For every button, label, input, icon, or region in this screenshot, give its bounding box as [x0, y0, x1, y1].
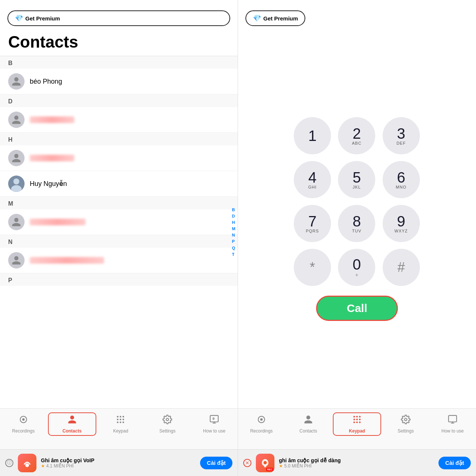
app-icon: [18, 454, 36, 472]
key-1[interactable]: 1: [294, 117, 331, 154]
svg-point-9: [120, 419, 121, 420]
blurred-contact-name: [30, 219, 86, 225]
key-7[interactable]: 7 PQRS: [294, 205, 331, 242]
svg-point-4: [22, 418, 25, 421]
right-app-name: ghi âm cuộc gọi dễ dàng: [279, 457, 434, 463]
key-number-5: 5: [353, 170, 361, 185]
svg-point-13: [123, 421, 124, 423]
contacts-section: B béo Phong D H: [0, 56, 238, 408]
key-letters-6: MNO: [396, 185, 406, 189]
key-number-9: 9: [397, 214, 405, 229]
recordings-icon: [19, 415, 28, 427]
key-number-2: 2: [353, 126, 361, 141]
svg-point-18: [260, 418, 263, 421]
key-letters-7: PQRS: [306, 229, 319, 233]
contact-row[interactable]: béo Phong: [0, 69, 238, 94]
key-number-3: 3: [397, 126, 405, 141]
avatar: [8, 150, 25, 166]
keypad-icon: [116, 415, 125, 427]
svg-point-20: [356, 416, 358, 417]
tab-settings-label: Settings: [160, 428, 176, 434]
page-title: Contacts: [0, 30, 238, 56]
tab-contacts[interactable]: Contacts: [48, 412, 96, 436]
key-hash[interactable]: #: [383, 249, 420, 286]
key-symbol-star: *: [310, 260, 315, 275]
section-header-d: D: [0, 94, 238, 107]
right-info-icon[interactable]: ✕: [243, 459, 251, 467]
avatar: [8, 214, 25, 230]
key-letters-8: TUV: [352, 229, 361, 233]
blurred-contact-name: [30, 116, 74, 123]
svg-point-21: [359, 416, 360, 417]
right-app-banner: ✕ REC ghi âm cuộc gọi dễ dàng ★ 5.0 MIỄN…: [238, 449, 476, 476]
key-number-4: 4: [308, 170, 316, 185]
tab-recordings[interactable]: Recordings: [0, 412, 47, 436]
contacts-icon: [303, 415, 313, 427]
svg-point-16: [25, 463, 29, 467]
right-tab-settings[interactable]: Settings: [382, 412, 429, 436]
right-tab-how-to-use[interactable]: How to use: [429, 412, 476, 436]
right-install-button[interactable]: Cài đặt: [438, 457, 471, 469]
key-3[interactable]: 3 DEF: [383, 117, 420, 154]
svg-point-24: [359, 419, 360, 420]
svg-point-30: [264, 461, 267, 464]
keypad-icon: [352, 415, 362, 427]
svg-point-12: [120, 421, 121, 423]
right-app-icon: REC: [256, 454, 274, 472]
install-button[interactable]: Cài đặt: [200, 457, 232, 469]
key-6[interactable]: 6 MNO: [383, 161, 420, 198]
section-header-n: N: [0, 235, 238, 248]
tab-how-to-use[interactable]: How to use: [191, 412, 238, 436]
key-number-6: 6: [397, 170, 405, 185]
key-0[interactable]: 0 +: [338, 249, 375, 286]
diamond-icon: 💎: [15, 14, 23, 22]
key-number-7: 7: [308, 214, 316, 229]
left-premium-label: Get Premium: [25, 15, 60, 22]
tab-keypad[interactable]: Keypad: [97, 412, 144, 436]
contact-row[interactable]: [0, 145, 238, 171]
left-premium-button[interactable]: 💎 Get Premium: [7, 10, 230, 26]
contact-row[interactable]: Huy Nguyễn: [0, 171, 238, 197]
tab-recordings-label: Recordings: [12, 428, 35, 434]
info-icon[interactable]: ⓘ: [5, 459, 13, 467]
call-label: Call: [347, 302, 367, 315]
keypad-grid: 1 2 ABC 3 DEF 4 GHI 5 JKL: [294, 117, 420, 286]
key-9[interactable]: 9 WXYZ: [383, 205, 420, 242]
key-2[interactable]: 2 ABC: [338, 117, 375, 154]
right-premium-button[interactable]: 💎 Get Premium: [245, 10, 305, 26]
call-button[interactable]: Call: [316, 296, 398, 321]
right-tab-keypad[interactable]: Keypad: [333, 412, 381, 436]
svg-rect-29: [448, 415, 457, 422]
right-tab-contacts[interactable]: Contacts: [285, 412, 332, 436]
right-tab-settings-label: Settings: [398, 428, 414, 434]
tab-settings[interactable]: Settings: [144, 412, 191, 436]
alphabet-index[interactable]: B D H M N P Q T: [232, 208, 235, 257]
key-letters-2: ABC: [352, 141, 362, 145]
section-header-b: B: [0, 56, 238, 69]
contact-row[interactable]: [0, 107, 238, 133]
left-tab-bar: Recordings Contacts Keypad Settings How …: [0, 408, 238, 449]
svg-point-26: [356, 421, 358, 423]
app-info: Ghi âm cuộc gọi VoIP ★ 4.1 MIỄN PHÍ: [41, 457, 196, 469]
contact-row[interactable]: [0, 248, 238, 273]
key-4[interactable]: 4 GHI: [294, 161, 331, 198]
right-tab-contacts-label: Contacts: [299, 428, 317, 434]
right-tab-recordings[interactable]: Recordings: [238, 412, 285, 436]
key-5[interactable]: 5 JKL: [338, 161, 375, 198]
key-letters-3: DEF: [396, 141, 406, 145]
key-8[interactable]: 8 TUV: [338, 205, 375, 242]
key-letters-9: WXYZ: [395, 229, 408, 233]
contacts-list[interactable]: B béo Phong D H: [0, 56, 238, 286]
recordings-icon: [257, 415, 266, 427]
left-app-banner: ⓘ Ghi âm cuộc gọi VoIP ★ 4.1 MIỄN PHÍ Cà…: [0, 449, 238, 476]
svg-point-1: [13, 178, 19, 184]
svg-point-25: [353, 421, 355, 423]
right-app-info: ghi âm cuộc gọi dễ dàng ★ 5.0 MIỄN PHÍ: [279, 457, 434, 469]
contact-name: Huy Nguyễn: [30, 180, 67, 188]
contact-row[interactable]: [0, 209, 238, 235]
avatar: [8, 112, 25, 128]
svg-point-7: [123, 416, 124, 417]
section-header-h: H: [0, 133, 238, 145]
svg-point-22: [353, 419, 355, 420]
key-star[interactable]: *: [294, 249, 331, 286]
